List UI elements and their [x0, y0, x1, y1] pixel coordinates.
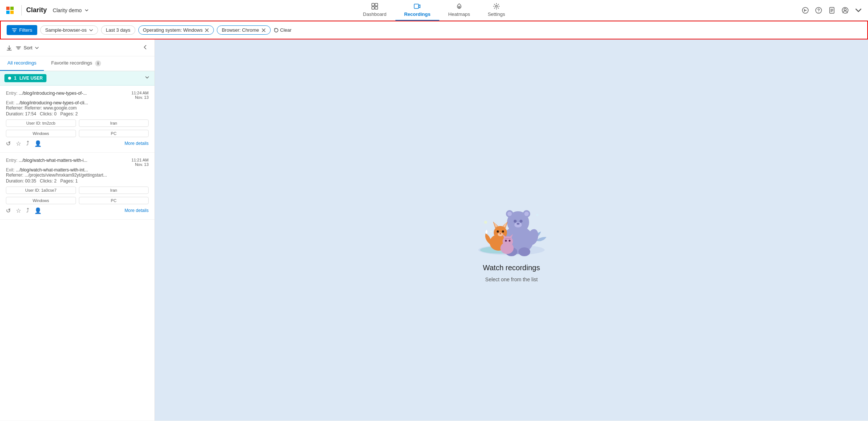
- project-name: Clarity demo: [53, 7, 82, 13]
- filter-chip-browser-os[interactable]: Sample-browser-os: [40, 25, 98, 35]
- live-dot: [8, 77, 11, 80]
- clear-filters-button[interactable]: Clear: [274, 27, 292, 33]
- user-button[interactable]: 👤: [34, 207, 42, 214]
- svg-point-49: [536, 214, 538, 216]
- settings-icon: [493, 3, 500, 10]
- svg-point-23: [524, 212, 529, 216]
- svg-rect-6: [372, 7, 374, 9]
- filter-bar: Filters Sample-browser-os Last 3 days Op…: [0, 21, 868, 39]
- filter-chip-browser-chrome[interactable]: Browser: Chrome: [217, 25, 270, 35]
- close-icon: [261, 28, 266, 32]
- filter-chip-last3days[interactable]: Last 3 days: [101, 25, 135, 35]
- share-button[interactable]: ⤴: [26, 207, 29, 214]
- recording-card[interactable]: Entry: .../blog/introducing-new-types-of…: [0, 86, 154, 153]
- svg-point-50: [490, 231, 492, 232]
- chip-close-os[interactable]: [205, 28, 209, 32]
- svg-point-48: [484, 221, 487, 224]
- svg-point-24: [514, 220, 517, 223]
- share-button[interactable]: ⤴: [26, 140, 29, 147]
- replay-button[interactable]: ↺: [6, 207, 11, 214]
- favorite-button[interactable]: ☆: [16, 207, 21, 214]
- device-tag: PC: [79, 197, 149, 204]
- docs-icon[interactable]: [828, 7, 836, 14]
- download-icon[interactable]: [6, 45, 13, 51]
- user-id-tag: User ID: tm2zcb: [6, 119, 76, 127]
- live-badge[interactable]: 1 LIVE USER: [4, 74, 46, 82]
- os-tag: Windows: [6, 197, 76, 204]
- svg-rect-4: [372, 3, 374, 6]
- more-details-button[interactable]: More details: [125, 208, 149, 213]
- nav-settings[interactable]: Settings: [479, 0, 514, 21]
- exit-path: Exit: .../blog/introducing-new-types-of-…: [6, 100, 149, 105]
- collapse-icon: [142, 44, 149, 51]
- empty-state-illustration: [463, 178, 559, 259]
- svg-rect-1: [10, 7, 14, 10]
- nav-recordings[interactable]: Recordings: [395, 0, 440, 21]
- device-tag: PC: [79, 130, 149, 137]
- recordings-tabs: All recordings Favorite recordings ℹ: [0, 56, 154, 71]
- favorite-button[interactable]: ☆: [16, 140, 21, 147]
- entry-path: Entry: .../blog/watch-what-matters-with-…: [6, 158, 129, 163]
- recordings-icon: [414, 3, 421, 10]
- svg-rect-7: [375, 7, 378, 9]
- exit-path: Exit: .../blog/watch-what-matters-with-i…: [6, 167, 149, 173]
- replay-button[interactable]: ↺: [6, 140, 11, 147]
- nav-center: Dashboard Recordings Heatmaps Settings: [354, 0, 514, 21]
- nav-heatmaps[interactable]: Heatmaps: [439, 0, 479, 21]
- entry-path: Entry: .../blog/introducing-new-types-of…: [6, 91, 129, 96]
- empty-state: Watch recordings Select one from the lis…: [463, 178, 559, 282]
- collapse-panel-button[interactable]: [142, 44, 149, 52]
- filter-chip-os-windows[interactable]: Operating system: Windows: [138, 25, 214, 35]
- svg-rect-2: [6, 11, 10, 14]
- help-icon[interactable]: [815, 7, 822, 14]
- top-navigation: Clarity Clarity demo Dashboard Recording…: [0, 0, 868, 21]
- recording-stats: Duration: 00:35 Clicks: 2 Pages: 1: [6, 178, 149, 184]
- close-icon: [205, 28, 209, 32]
- user-button[interactable]: 👤: [34, 140, 42, 147]
- live-collapse-button[interactable]: [144, 74, 150, 81]
- svg-point-31: [518, 247, 530, 256]
- svg-point-9: [496, 6, 497, 7]
- sort-button[interactable]: Sort: [15, 45, 39, 51]
- svg-point-12: [818, 11, 819, 12]
- share-icon[interactable]: [802, 7, 809, 14]
- recording-card[interactable]: Entry: .../blog/watch-what-matters-with-…: [0, 153, 154, 220]
- reset-icon: [274, 28, 279, 33]
- empty-subtitle: Select one from the list: [485, 276, 538, 282]
- microsoft-logo: [6, 6, 14, 14]
- live-chevron-icon: [144, 74, 150, 80]
- empty-title: Watch recordings: [483, 264, 540, 272]
- recording-tags: User ID: 1a0cse7 Iran: [6, 187, 149, 194]
- sort-chevron-icon: [35, 46, 39, 50]
- svg-point-47: [509, 240, 511, 241]
- os-tag: Windows: [6, 130, 76, 137]
- svg-point-15: [844, 8, 846, 11]
- user-chevron-icon[interactable]: [855, 7, 862, 14]
- more-details-button[interactable]: More details: [125, 141, 149, 146]
- app-name: Clarity: [26, 6, 47, 14]
- tab-favorite-recordings[interactable]: Favorite recordings ℹ: [44, 56, 108, 71]
- project-selector[interactable]: Clarity demo: [53, 7, 89, 13]
- svg-rect-8: [414, 4, 419, 8]
- svg-point-25: [520, 220, 522, 223]
- recording-device-tags: Windows PC: [6, 130, 149, 137]
- user-avatar-icon[interactable]: [841, 7, 849, 14]
- dashboard-icon: [371, 3, 378, 10]
- country-tag: Iran: [79, 119, 149, 127]
- tab-all-recordings[interactable]: All recordings: [0, 56, 44, 71]
- referrer: Referrer: Referrer: www.google.com: [6, 105, 149, 111]
- recording-actions: ↺ ☆ ⤴ 👤 More details: [6, 140, 149, 147]
- recording-device-tags: Windows PC: [6, 197, 149, 204]
- recording-actions: ↺ ☆ ⤴ 👤 More details: [6, 207, 149, 214]
- svg-point-27: [517, 223, 520, 225]
- nav-dashboard[interactable]: Dashboard: [354, 0, 395, 21]
- filter-icon: [12, 28, 17, 33]
- recording-time: 11:21 AM Nov. 13: [132, 158, 149, 167]
- filters-button[interactable]: Filters: [7, 25, 37, 35]
- right-panel: Watch recordings Select one from the lis…: [155, 39, 868, 421]
- live-banner: 1 LIVE USER: [0, 71, 154, 86]
- nav-right-actions: [802, 7, 862, 14]
- chip-close-browser[interactable]: [261, 28, 266, 32]
- recording-tags: User ID: tm2zcb Iran: [6, 119, 149, 127]
- svg-rect-5: [375, 3, 378, 6]
